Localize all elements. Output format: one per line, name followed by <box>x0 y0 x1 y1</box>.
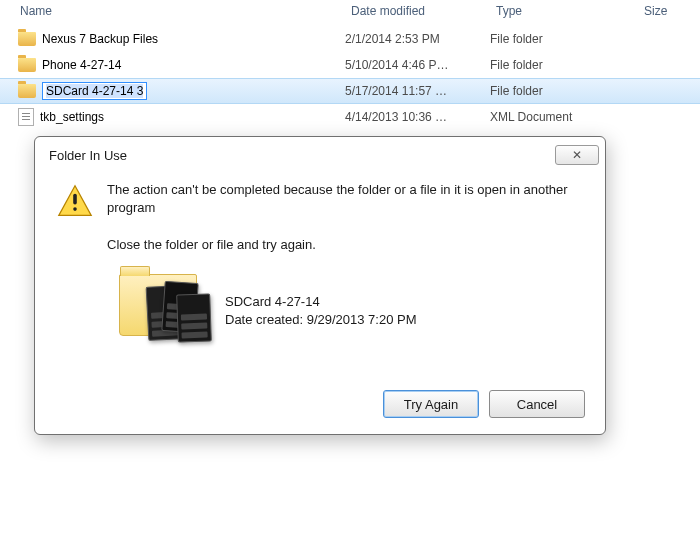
cell-date: 2/1/2014 2:53 PM <box>345 32 490 46</box>
folder-icon <box>18 58 36 72</box>
dialog-instruction: Close the folder or file and try again. <box>107 237 583 252</box>
cell-name: Nexus 7 Backup Files <box>0 32 345 46</box>
dialog-folder-block: SDCard 4-27-14 Date created: 9/29/2013 7… <box>117 266 583 356</box>
col-header-type[interactable]: Type <box>490 0 638 22</box>
folder-in-use-dialog: Folder In Use ✕ The action can't be comp… <box>34 136 606 435</box>
dialog-button-row: Try Again Cancel <box>35 378 605 434</box>
item-name: Phone 4-27-14 <box>42 58 121 72</box>
table-row[interactable]: Phone 4-27-145/10/2014 4:46 P…File folde… <box>0 52 700 78</box>
file-list: Name Date modified Type Size Nexus 7 Bac… <box>0 0 700 130</box>
warning-icon <box>57 183 93 219</box>
close-icon: ✕ <box>572 148 582 162</box>
item-name: tkb_settings <box>40 110 104 124</box>
cell-type: File folder <box>490 84 638 98</box>
col-header-date[interactable]: Date modified <box>345 0 490 22</box>
cell-name: Phone 4-27-14 <box>0 58 345 72</box>
dialog-folder-info: SDCard 4-27-14 Date created: 9/29/2013 7… <box>225 293 417 328</box>
dialog-message: The action can't be completed because th… <box>107 181 583 219</box>
item-name: Nexus 7 Backup Files <box>42 32 158 46</box>
table-row[interactable]: tkb_settings4/14/2013 10:36 …XML Documen… <box>0 104 700 130</box>
dialog-folder-name: SDCard 4-27-14 <box>225 293 417 311</box>
file-icon <box>18 108 34 126</box>
cell-date: 5/17/2014 11:57 … <box>345 84 490 98</box>
close-button[interactable]: ✕ <box>555 145 599 165</box>
try-again-button[interactable]: Try Again <box>383 390 479 418</box>
folder-icon <box>18 32 36 46</box>
table-row[interactable]: SDCard 4-27-14 35/17/2014 11:57 …File fo… <box>0 78 700 104</box>
cell-date: 5/10/2014 4:46 P… <box>345 58 490 72</box>
cell-type: File folder <box>490 58 638 72</box>
col-header-name[interactable]: Name <box>0 0 345 22</box>
dialog-folder-created: Date created: 9/29/2013 7:20 PM <box>225 311 417 329</box>
cell-type: File folder <box>490 32 638 46</box>
column-headers: Name Date modified Type Size <box>0 0 700 26</box>
dialog-titlebar: Folder In Use ✕ <box>35 137 605 171</box>
folder-preview-icon <box>117 266 207 356</box>
item-name[interactable]: SDCard 4-27-14 3 <box>42 82 147 100</box>
table-row[interactable]: Nexus 7 Backup Files2/1/2014 2:53 PMFile… <box>0 26 700 52</box>
dialog-title-text: Folder In Use <box>49 148 127 163</box>
cell-name: SDCard 4-27-14 3 <box>0 82 345 100</box>
svg-rect-2 <box>73 207 77 211</box>
folder-icon <box>18 84 36 98</box>
cell-date: 4/14/2013 10:36 … <box>345 110 490 124</box>
cancel-button[interactable]: Cancel <box>489 390 585 418</box>
cell-name: tkb_settings <box>0 108 345 126</box>
svg-rect-1 <box>73 194 77 205</box>
col-header-size[interactable]: Size <box>638 0 688 22</box>
cell-type: XML Document <box>490 110 638 124</box>
